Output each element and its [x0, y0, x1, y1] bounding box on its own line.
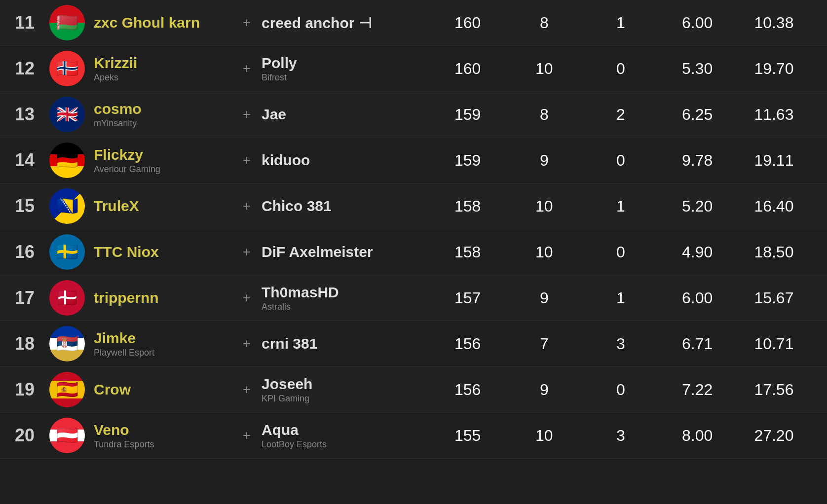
plus-sign: +	[232, 61, 262, 76]
player-name: Jimke	[94, 330, 232, 347]
plus-sign: +	[232, 290, 262, 306]
stat-damage: 19.70	[736, 60, 812, 78]
plus-sign: +	[232, 244, 262, 260]
table-row: 16 🇸🇪 TTC Niox + DiF Axelmeister 158 10 …	[0, 229, 827, 275]
stat-damage: 10.38	[736, 14, 812, 32]
stat-pts: 158	[429, 243, 506, 261]
stat-kd: 5.30	[659, 60, 736, 78]
stat-deaths: 3	[582, 427, 659, 445]
partner-name: Jae	[262, 106, 429, 123]
stat-kills: 7	[506, 335, 582, 353]
flag-icon: 🇩🇪	[49, 143, 85, 178]
stat-kd: 8.00	[659, 427, 736, 445]
partner-info: Chico 381	[262, 198, 429, 215]
partner-info: Polly Bifrost	[262, 55, 429, 83]
plus-sign: +	[232, 107, 262, 122]
partner-name: DiF Axelmeister	[262, 244, 429, 260]
partner-team: Astralis	[262, 302, 429, 312]
rank-number: 16	[15, 242, 49, 262]
stat-deaths: 1	[582, 14, 659, 32]
partner-name: Joseeh	[262, 376, 429, 393]
player-name: Veno	[94, 422, 232, 438]
stat-pts: 156	[429, 381, 506, 399]
plus-sign: +	[232, 15, 262, 31]
rank-number: 20	[15, 425, 49, 446]
stat-damage: 18.50	[736, 243, 812, 261]
flag-icon: 🇩🇰	[49, 280, 85, 316]
player-name: cosmo	[94, 101, 232, 117]
player-team: mYinsanity	[94, 118, 232, 129]
stat-damage: 27.20	[736, 427, 812, 445]
player-team: Apeks	[94, 72, 232, 83]
stat-pts: 155	[429, 427, 506, 445]
player-team: Averiour Gaming	[94, 164, 232, 175]
player-info: Jimke Playwell Esport	[94, 330, 232, 358]
player-info: Crow	[94, 381, 232, 398]
partner-name: Polly	[262, 55, 429, 72]
table-row: 20 🇦🇹 Veno Tundra Esports + Aqua LootBoy…	[0, 413, 827, 459]
stat-kills: 9	[506, 381, 582, 399]
player-info: cosmo mYinsanity	[94, 101, 232, 129]
stat-kd: 6.25	[659, 106, 736, 124]
partner-team: LootBoy Esports	[262, 439, 429, 450]
stat-kd: 7.22	[659, 381, 736, 399]
flag-icon: 🇪🇸	[49, 372, 85, 407]
partner-info: Joseeh KPI Gaming	[262, 376, 429, 404]
player-info: Krizzii Apeks	[94, 55, 232, 83]
stat-kd: 6.00	[659, 14, 736, 32]
stat-pts: 160	[429, 60, 506, 78]
table-row: 12 🇳🇴 Krizzii Apeks + Polly Bifrost 160 …	[0, 46, 827, 92]
rank-number: 18	[15, 333, 49, 354]
partner-team: KPI Gaming	[262, 394, 429, 404]
partner-name: Aqua	[262, 422, 429, 438]
partner-name: creed anchor ⊣	[262, 14, 429, 32]
player-info: Flickzy Averiour Gaming	[94, 146, 232, 175]
stat-pts: 159	[429, 106, 506, 124]
player-name: TTC Niox	[94, 244, 232, 260]
player-name: zxc Ghoul karn	[94, 14, 232, 31]
rank-number: 17	[15, 288, 49, 308]
stat-kills: 9	[506, 151, 582, 170]
player-info: TTC Niox	[94, 244, 232, 260]
stat-kills: 10	[506, 243, 582, 261]
stat-damage: 11.63	[736, 106, 812, 124]
table-row: 18 🇷🇸 Jimke Playwell Esport + crni 381 1…	[0, 321, 827, 367]
stat-deaths: 2	[582, 106, 659, 124]
partner-name: Chico 381	[262, 198, 429, 215]
plus-sign: +	[232, 198, 262, 214]
stat-pts: 159	[429, 151, 506, 170]
player-info: zxc Ghoul karn	[94, 14, 232, 31]
table-row: 15 🇧🇦 TruleX + Chico 381 158 10 1 5.20 1…	[0, 183, 827, 229]
rank-number: 12	[15, 58, 49, 79]
rank-number: 11	[15, 12, 49, 33]
flag-icon: 🇦🇹	[49, 418, 85, 453]
partner-name: crni 381	[262, 335, 429, 352]
stat-deaths: 0	[582, 60, 659, 78]
player-info: TruleX	[94, 198, 232, 215]
stat-kills: 10	[506, 427, 582, 445]
partner-info: Jae	[262, 106, 429, 123]
plus-sign: +	[232, 152, 262, 168]
flag-icon: 🇧🇾	[49, 5, 85, 40]
partner-info: Aqua LootBoy Esports	[262, 422, 429, 450]
stat-deaths: 3	[582, 335, 659, 353]
partner-info: creed anchor ⊣	[262, 14, 429, 32]
rank-number: 14	[15, 150, 49, 171]
stat-kd: 6.00	[659, 289, 736, 307]
stat-kills: 8	[506, 14, 582, 32]
player-name: Krizzii	[94, 55, 232, 72]
rank-number: 13	[15, 104, 49, 125]
partner-name: Th0masHD	[262, 284, 429, 301]
stat-damage: 16.40	[736, 197, 812, 216]
partner-info: crni 381	[262, 335, 429, 352]
plus-sign: +	[232, 382, 262, 397]
stat-damage: 19.11	[736, 151, 812, 170]
stat-kills: 10	[506, 60, 582, 78]
player-name: trippernn	[94, 289, 232, 306]
stat-pts: 158	[429, 197, 506, 216]
table-row: 14 🇩🇪 Flickzy Averiour Gaming + kiduoo 1…	[0, 138, 827, 183]
player-info: trippernn	[94, 289, 232, 306]
stat-deaths: 0	[582, 243, 659, 261]
flag-icon: 🇳🇴	[49, 51, 85, 86]
partner-info: kiduoo	[262, 152, 429, 169]
